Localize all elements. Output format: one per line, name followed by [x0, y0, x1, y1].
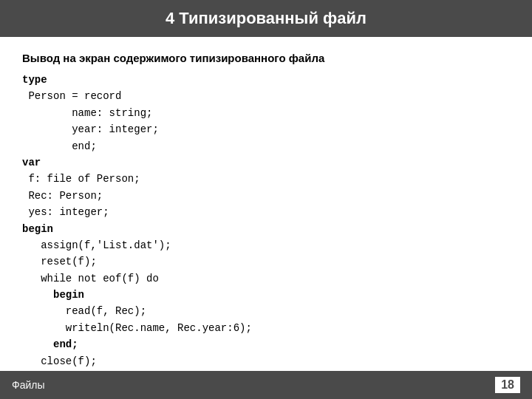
code-line: read(f, Rec); [22, 303, 510, 319]
code-line: end; [22, 138, 510, 154]
slide-title: 4 Типизированный файл [0, 0, 532, 37]
code-line: type [22, 72, 510, 88]
code-block: type Person = record name: string; year:… [22, 72, 510, 386]
code-line: year: integer; [22, 121, 510, 137]
code-line: begin [22, 287, 510, 303]
code-line: begin [22, 221, 510, 237]
code-line: writeln(Rec.name, Rec.year:6); [22, 320, 510, 336]
footer-label: Файлы [12, 379, 44, 391]
code-line: end; [22, 336, 510, 352]
code-line: var [22, 154, 510, 171]
code-line: while not eof(f) do [22, 270, 510, 287]
code-line: Person = record [22, 88, 510, 104]
header: 4 Типизированный файл [0, 0, 532, 37]
code-line: f: file of Person; [22, 171, 510, 187]
code-line: reset(f); [22, 253, 510, 270]
footer: Файлы 18 [0, 371, 532, 399]
code-line: Rec: Person; [22, 188, 510, 204]
code-line: close(f); [22, 353, 510, 369]
page-number: 18 [495, 377, 520, 393]
code-line: yes: integer; [22, 204, 510, 220]
slide-description: Вывод на экран содержимого типизированно… [22, 52, 510, 64]
main-content: Вывод на экран содержимого типизированно… [0, 37, 532, 399]
code-line: name: string; [22, 105, 510, 121]
code-line: assign(f,'List.dat'); [22, 237, 510, 253]
